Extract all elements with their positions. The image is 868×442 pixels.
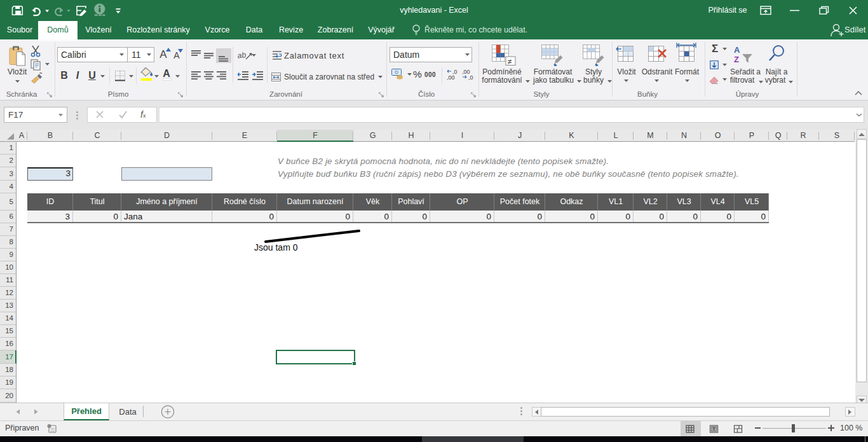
svg-text:≠: ≠ [508, 57, 512, 66]
svg-text:A: A [734, 45, 740, 55]
svg-text:ab: ab [238, 50, 247, 60]
svg-text:,00: ,00 [447, 74, 455, 80]
svg-text:Z: Z [734, 55, 739, 64]
